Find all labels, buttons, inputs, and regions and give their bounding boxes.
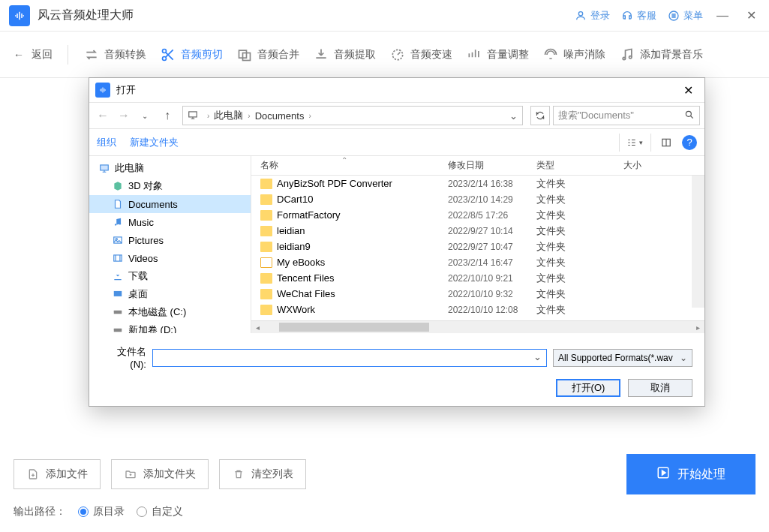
horizontal-scrollbar[interactable]: ◂ ▸: [251, 320, 704, 333]
folder-plus-icon: [124, 467, 137, 481]
chevron-down-icon[interactable]: ⌄: [509, 110, 518, 122]
tool-denoise[interactable]: 噪声消除: [542, 47, 605, 63]
file-row[interactable]: Tencent Files2022/10/10 9:21文件夹: [251, 270, 704, 286]
format-select[interactable]: All Supported Formats(*.wav: [553, 349, 692, 367]
nav-up-button[interactable]: ↑: [160, 108, 175, 123]
col-type[interactable]: 类型: [536, 159, 623, 172]
convert-icon: [83, 47, 100, 63]
new-folder-button[interactable]: 新建文件夹: [130, 136, 179, 149]
tree-item[interactable]: Videos: [89, 249, 251, 267]
dialog-titlebar: 打开 ✕: [89, 78, 704, 102]
chevron-right-icon: ›: [248, 112, 250, 120]
service-button[interactable]: 客服: [620, 9, 656, 23]
tree-item[interactable]: 下载: [89, 267, 251, 285]
tool-bgm[interactable]: 添加背景音乐: [619, 47, 703, 63]
file-row[interactable]: WXWork2022/10/10 12:08文件夹: [251, 302, 704, 317]
radio-original[interactable]: 原目录: [78, 505, 125, 518]
tool-trim[interactable]: 音频剪切: [160, 47, 223, 63]
svg-rect-13: [101, 165, 109, 170]
open-button[interactable]: 打开(O): [556, 379, 620, 397]
file-list: AnyBizSoft PDF Converter2023/2/14 16:38文…: [251, 176, 704, 320]
filename-input[interactable]: [152, 349, 547, 367]
folder-icon: [260, 194, 272, 205]
tree-item[interactable]: Music: [89, 213, 251, 231]
desk-icon: [112, 288, 124, 300]
col-size[interactable]: 大小: [623, 159, 704, 172]
folder-tree: 此电脑3D 对象DocumentsMusicPicturesVideos下载桌面…: [89, 156, 251, 333]
file-row[interactable]: DCart102023/2/10 14:29文件夹: [251, 191, 704, 207]
refresh-button[interactable]: [530, 106, 550, 125]
view-mode-button[interactable]: ▾: [619, 134, 643, 152]
col-date[interactable]: 修改日期: [448, 159, 536, 172]
radio-unchecked-icon: [137, 506, 147, 517]
file-row[interactable]: My eBooks2023/2/14 16:47文件夹: [251, 254, 704, 270]
add-folder-button[interactable]: 添加文件夹: [111, 459, 209, 489]
close-button[interactable]: ✕: [742, 7, 760, 25]
help-button[interactable]: ?: [682, 135, 697, 150]
app-logo-icon: [9, 5, 30, 26]
file-row[interactable]: FormatFactory2022/8/5 17:26文件夹: [251, 207, 704, 223]
tree-item[interactable]: 本地磁盘 (C:): [89, 303, 251, 321]
scroll-left-icon[interactable]: ◂: [251, 323, 264, 332]
breadcrumb[interactable]: › 此电脑 › Documents › ⌄: [182, 106, 523, 125]
tree-item[interactable]: 3D 对象: [89, 177, 251, 195]
preview-button[interactable]: [650, 134, 674, 152]
svg-point-2: [163, 49, 167, 53]
col-name[interactable]: 名称: [251, 159, 448, 172]
headset-icon: [620, 9, 634, 23]
file-plus-icon: [26, 467, 40, 481]
organize-button[interactable]: 组织: [97, 136, 116, 149]
filename-label: 文件名(N):: [101, 345, 146, 370]
menu-icon: [667, 9, 680, 23]
nav-history-button[interactable]: ⌄: [136, 107, 154, 125]
tool-speed[interactable]: 音频变速: [389, 47, 452, 63]
cancel-button[interactable]: 取消: [628, 379, 692, 397]
file-area: ⌃ 名称 修改日期 类型 大小 AnyBizSoft PDF Converter…: [251, 156, 704, 333]
minimize-button[interactable]: —: [713, 7, 731, 25]
file-row[interactable]: leidian92022/9/27 10:47文件夹: [251, 239, 704, 254]
tree-item[interactable]: 新加卷 (D:): [89, 321, 251, 333]
file-row[interactable]: leidian2022/9/27 10:14文件夹: [251, 223, 704, 239]
disk-icon: [112, 306, 124, 318]
nav-forward-button[interactable]: →: [115, 107, 133, 125]
disk-icon: [112, 324, 124, 333]
radio-custom[interactable]: 自定义: [137, 505, 183, 518]
pc-icon: [98, 162, 110, 174]
back-button[interactable]: ← 返回: [11, 47, 53, 63]
tool-extract[interactable]: 音频提取: [313, 47, 376, 63]
scroll-right-icon[interactable]: ▸: [692, 323, 704, 332]
login-label: 登录: [590, 9, 610, 23]
music-icon: [619, 47, 635, 63]
svg-rect-20: [114, 311, 122, 314]
file-row[interactable]: AnyBizSoft PDF Converter2023/2/14 16:38文…: [251, 176, 704, 191]
menu-button[interactable]: 菜单: [667, 9, 703, 23]
dialog-nav: ← → ⌄ ↑ › 此电脑 › Documents › ⌄ 搜索"Documen…: [89, 102, 704, 129]
vertical-scrollbar[interactable]: [692, 176, 704, 308]
search-input[interactable]: 搜索"Documents": [553, 106, 700, 125]
column-headers[interactable]: ⌃ 名称 修改日期 类型 大小: [251, 156, 704, 176]
pic-icon: [112, 234, 124, 246]
chevron-right-icon: ›: [308, 112, 311, 120]
tree-item[interactable]: Documents: [89, 195, 251, 213]
tree-item[interactable]: 此电脑: [89, 159, 251, 177]
volume-icon: [466, 47, 482, 63]
titlebar: 风云音频处理大师 登录 客服 菜单 — ✕: [0, 0, 769, 32]
tree-item[interactable]: Pictures: [89, 231, 251, 249]
music-icon: [112, 216, 124, 228]
add-file-button[interactable]: 添加文件: [14, 459, 101, 489]
dialog-close-button[interactable]: ✕: [677, 80, 698, 101]
tool-volume[interactable]: 音量调整: [466, 47, 529, 63]
tool-convert[interactable]: 音频转换: [83, 47, 146, 63]
tool-merge[interactable]: 音频合并: [236, 47, 299, 63]
scroll-thumb[interactable]: [279, 323, 429, 332]
file-row[interactable]: WeChat Files2022/10/10 9:32文件夹: [251, 286, 704, 302]
tree-item[interactable]: 桌面: [89, 285, 251, 303]
start-button[interactable]: 开始处理: [626, 454, 755, 494]
nav-back-button[interactable]: ←: [94, 107, 112, 125]
svg-point-3: [163, 56, 167, 60]
user-icon: [574, 9, 587, 23]
menu-label: 菜单: [683, 9, 703, 23]
clear-list-button[interactable]: 清空列表: [219, 459, 306, 489]
back-label: 返回: [32, 48, 53, 62]
login-button[interactable]: 登录: [574, 9, 610, 23]
